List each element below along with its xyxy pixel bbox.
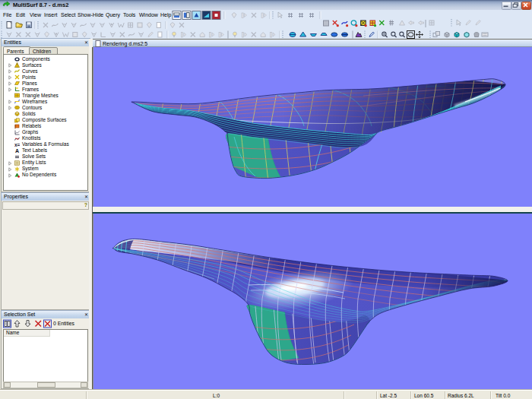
- svg-text:A: A: [15, 148, 19, 154]
- svg-text:x=: x=: [14, 142, 20, 147]
